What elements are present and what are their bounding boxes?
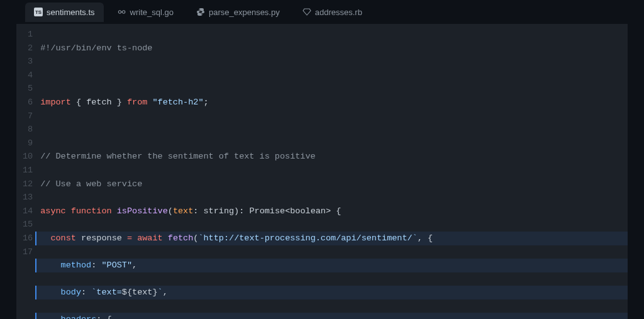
tab-addresses-rb[interactable]: addresses.rb [294, 3, 371, 22]
code-area[interactable]: 1 2 3 4 5 6 7 8 9 10 11 12 13 14 15 16 1… [16, 24, 628, 319]
code-line: async function isPositive(text: string):… [40, 204, 628, 218]
code-line [40, 69, 628, 82]
line-gutter: 1 2 3 4 5 6 7 8 9 10 11 12 13 14 15 16 1… [16, 28, 40, 319]
python-icon [196, 8, 205, 16]
code-line: // Use a web service [40, 177, 628, 191]
tab-bar: TS sentiments.ts write_sql.go parse_expe… [16, 0, 628, 24]
code-content[interactable]: #!/usr/bin/env ts-node import { fetch } … [40, 28, 628, 319]
code-line: import { fetch } from "fetch-h2"; [40, 96, 628, 109]
editor-container: TS sentiments.ts write_sql.go parse_expe… [16, 0, 628, 319]
tab-label: write_sql.go [130, 8, 174, 17]
code-line: headers: { [35, 313, 628, 319]
tab-write-sql-go[interactable]: write_sql.go [109, 3, 182, 22]
tab-label: sentiments.ts [47, 8, 95, 17]
tab-label: parse_expenses.py [209, 8, 280, 17]
code-line: const response = await fetch(`http://tex… [35, 232, 628, 245]
tab-label: addresses.rb [315, 8, 362, 17]
svg-point-0 [118, 11, 121, 13]
tab-sentiments-ts[interactable]: TS sentiments.ts [25, 3, 104, 22]
code-line: method: "POST", [35, 259, 628, 272]
tab-parse-expenses-py[interactable]: parse_expenses.py [187, 3, 289, 22]
ruby-icon [303, 8, 311, 16]
code-line: // Determine whether the sentiment of te… [40, 150, 628, 164]
ts-icon: TS [34, 8, 43, 16]
code-line [40, 123, 628, 137]
code-line: body: `text=${text}`, [35, 286, 628, 299]
svg-point-1 [122, 11, 125, 13]
code-line: #!/usr/bin/env ts-node [40, 42, 628, 55]
go-icon [118, 8, 126, 16]
